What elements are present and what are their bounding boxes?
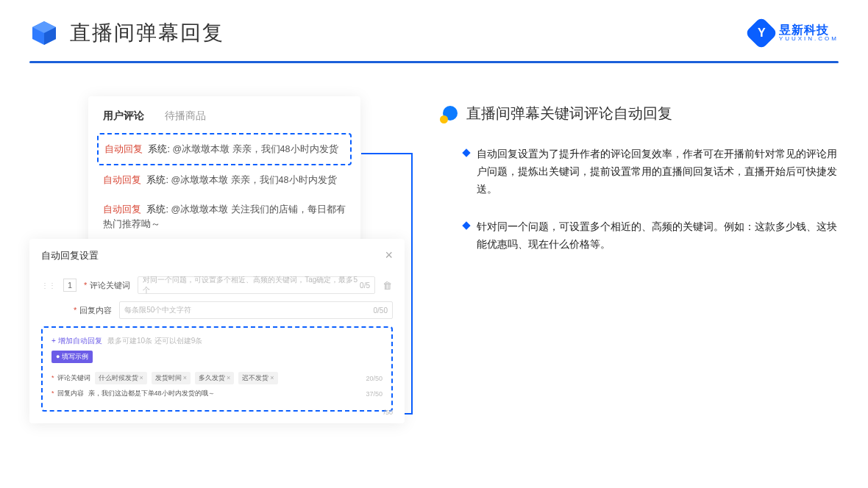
tag-chip[interactable]: 发货时间×	[152, 372, 191, 384]
comment-text: @冰墩墩本墩 亲亲，我们48小时内发货	[171, 175, 336, 185]
keyword-input[interactable]: 对同一个问题，可设置多个相近、高频的关键词，Tag确定，最多5个 0/5	[138, 276, 375, 294]
comment-item: 自动回复 系统: @冰墩墩本墩 亲亲，我们48小时内发货	[103, 165, 346, 195]
auto-reply-tag: 自动回复	[104, 144, 143, 154]
placeholder-text: 每条限50个中文字符	[124, 305, 191, 315]
example-content-text: 亲，我们这边都是下单48小时内发货的哦～	[88, 389, 215, 398]
tab-user-comments[interactable]: 用户评论	[103, 110, 144, 123]
tag-chip[interactable]: 迟不发货×	[238, 372, 277, 384]
add-auto-reply-link[interactable]: + 增加自动回复	[51, 337, 102, 345]
brand-url: YUUXIN.COM	[779, 36, 839, 43]
close-icon[interactable]: ×	[385, 248, 393, 263]
example-kw-label: *评论关键词	[51, 373, 90, 383]
comment-item: 自动回复 系统: @冰墩墩本墩 关注我们的店铺，每日都有热门推荐呦～	[103, 195, 346, 239]
auto-reply-tag: 自动回复	[103, 204, 141, 215]
chat-bubble-icon	[441, 106, 458, 122]
example-badge: ● 填写示例	[51, 351, 93, 363]
bullet-item: 针对同一个问题，可设置多个相近的、高频的关键词。例如：这款多少钱、这块能优惠吗、…	[441, 218, 839, 254]
example-box: + 增加自动回复 最多可建10条 还可以创建9条 ● 填写示例 *评论关键词 什…	[41, 326, 393, 412]
connector-line	[361, 153, 413, 154]
placeholder-text: 对同一个问题，可设置多个相近、高频的关键词，Tag确定，最多5个	[143, 275, 360, 295]
index-box: 1	[63, 279, 77, 292]
drag-handle-icon[interactable]: ⋮⋮	[41, 281, 56, 290]
content-input[interactable]: 每条限50个中文字符 0/50	[119, 301, 393, 319]
example-content-counter: 37/50	[366, 390, 383, 398]
example-kw-counter: 20/50	[366, 375, 383, 382]
brand-logo-group: Y 昱新科技 YUUXIN.COM	[750, 21, 839, 45]
system-label: 系统:	[146, 175, 168, 185]
content-label: *回复内容	[74, 305, 112, 316]
content-counter: 0/50	[374, 306, 388, 315]
bullet-text: 针对同一个问题，可设置多个相近的、高频的关键词。例如：这款多少钱、这块能优惠吗、…	[477, 218, 839, 254]
page-title: 直播间弹幕回复	[70, 19, 224, 47]
diamond-icon	[462, 222, 470, 230]
keyword-label: *评论关键词	[84, 280, 130, 291]
keyword-counter: 0/5	[360, 281, 370, 290]
example-content-label: *回复内容	[51, 389, 84, 398]
settings-card: 自动回复设置 × ⋮⋮ 1 *评论关键词 对同一个问题，可设置多个相近、高频的关…	[29, 239, 405, 423]
section-title: 直播间弹幕关键词评论自动回复	[466, 104, 672, 123]
bullet-item: 自动回复设置为了提升作者的评论回复效率，作者可在开播前针对常见的评论用户问题，提…	[441, 146, 839, 198]
comments-card: 用户评论 待播商品 自动回复 系统: @冰墩墩本墩 亲亲，我们48小时内发货 自…	[88, 96, 360, 261]
brand-logo-icon: Y	[744, 16, 778, 49]
stray-counter: /50	[383, 409, 393, 416]
add-hint: 最多可建10条 还可以创建9条	[107, 337, 202, 345]
cube-icon	[29, 18, 59, 48]
comment-text: @冰墩墩本墩 亲亲，我们48小时内发货	[172, 144, 338, 154]
bullet-text: 自动回复设置为了提升作者的评论回复效率，作者可在开播前针对常见的评论用户问题，提…	[477, 146, 839, 198]
system-label: 系统:	[146, 204, 168, 215]
auto-reply-tag: 自动回复	[103, 175, 141, 185]
connector-line	[411, 153, 413, 415]
tab-products[interactable]: 待播商品	[165, 110, 206, 123]
system-label: 系统:	[148, 144, 169, 154]
brand-name: 昱新科技	[779, 24, 839, 37]
diamond-icon	[462, 148, 470, 157]
tag-chip[interactable]: 多久发货×	[195, 372, 234, 384]
comment-item-highlighted: 自动回复 系统: @冰墩墩本墩 亲亲，我们48小时内发货	[97, 133, 352, 165]
settings-title: 自动回复设置	[41, 249, 99, 262]
trash-icon[interactable]: 🗑	[383, 280, 393, 291]
tag-chip[interactable]: 什么时候发货×	[95, 372, 147, 384]
